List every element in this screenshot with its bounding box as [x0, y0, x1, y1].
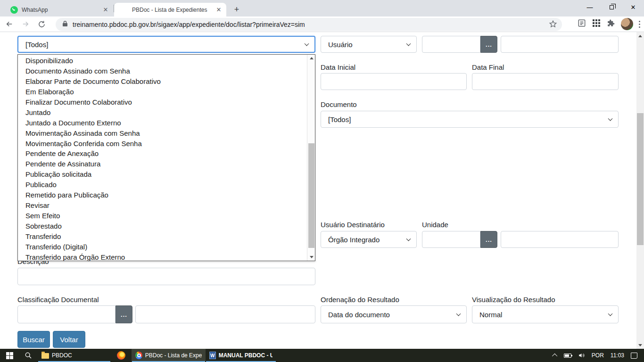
data-inicial-input[interactable]	[321, 73, 467, 90]
taskbar-item-label: PBDoc - Lista de Expe...	[145, 352, 202, 359]
bookmark-star-icon[interactable]	[549, 20, 557, 30]
dropdown-option[interactable]: Disponibilizado	[18, 56, 315, 66]
scroll-up-icon[interactable]	[636, 32, 644, 40]
ordenacao-select[interactable]: Data do documento	[321, 305, 467, 323]
taskbar-item-firefox[interactable]	[111, 349, 132, 362]
taskbar-item-word-manual[interactable]: W MANUAL PBDOC - U...	[206, 349, 276, 362]
browser-scrollbar[interactable]	[636, 32, 644, 349]
action-center-icon[interactable]	[631, 353, 637, 359]
firefox-icon	[117, 351, 125, 360]
minimize-button[interactable]: —	[579, 0, 601, 14]
visualizacao-select[interactable]: Normal	[472, 305, 619, 323]
unidade-name-input[interactable]	[501, 231, 619, 248]
situacao-select[interactable]: [Todos]	[17, 36, 315, 53]
usuario-select-value: Usuário	[328, 41, 353, 49]
dropdown-option[interactable]: Sem Efeito	[18, 211, 315, 221]
extensions-puzzle-icon[interactable]	[606, 19, 615, 30]
clock[interactable]: 11:03	[611, 352, 624, 359]
dropdown-option[interactable]: Juntado a Documento Externo	[18, 118, 315, 128]
taskbar-search-button[interactable]	[19, 349, 38, 362]
dropdown-option[interactable]: Pendente de Anexação	[18, 148, 315, 159]
dropdown-option[interactable]: Revisar	[18, 200, 315, 211]
dropdown-option[interactable]: Movimentação Assinada com Senha	[18, 128, 315, 139]
pbdoc-flag-icon	[121, 6, 128, 14]
tab-whatsapp[interactable]: WhatsApp ✕	[4, 3, 113, 16]
documento-select[interactable]: [Todos]	[321, 111, 619, 128]
back-icon[interactable]	[3, 17, 16, 31]
tab-pbdoc[interactable]: PBDoc - Lista de Expedientes ✕	[114, 3, 226, 16]
search-icon	[25, 352, 32, 359]
dropdown-option[interactable]: Transferido (Digital)	[18, 242, 315, 252]
voltar-button[interactable]: Voltar	[53, 331, 85, 348]
scroll-up-icon[interactable]	[307, 55, 315, 62]
folder-icon	[41, 353, 49, 359]
chevron-down-icon	[608, 312, 613, 316]
dropdown-option[interactable]: Remetido para Publicação	[18, 190, 315, 200]
usuario-name-input[interactable]	[501, 36, 619, 53]
data-final-input[interactable]	[472, 73, 619, 90]
url-text: treinamento.pbdoc.pb.gov.br/sigaex/app/e…	[73, 21, 305, 28]
taskbar-item-chrome-pbdoc[interactable]: PBDoc - Lista de Expe...	[132, 349, 206, 362]
situacao-select-value: [Todos]	[25, 41, 48, 49]
chevron-down-icon	[406, 41, 411, 46]
dropdown-scrollbar[interactable]	[307, 55, 315, 261]
toolbar-right	[577, 18, 640, 30]
unidade-code-input[interactable]	[422, 231, 480, 248]
language-indicator[interactable]: POR	[592, 352, 604, 359]
descricao-input[interactable]	[17, 268, 315, 285]
chrome-icon	[135, 352, 142, 359]
tab-title: PBDoc - Lista de Expedientes	[132, 7, 215, 13]
profile-avatar[interactable]	[621, 18, 633, 30]
buscar-button[interactable]: Buscar	[17, 331, 50, 348]
dropdown-option[interactable]: Documento Assinado com Senha	[18, 66, 315, 76]
taskbar: PBDOC PBDoc - Lista de Expe... W MANUAL …	[0, 349, 644, 362]
reload-icon[interactable]	[35, 17, 48, 31]
battery-icon[interactable]	[564, 354, 571, 358]
dropdown-option[interactable]: Elaborar Parte de Documento Colaborativo	[18, 76, 315, 87]
hidden-icons-chevron-icon[interactable]	[552, 354, 557, 359]
dropdown-option[interactable]: Publicação solicitada	[18, 169, 315, 180]
scroll-down-icon[interactable]	[307, 254, 315, 261]
dropdown-option[interactable]: Finalizar Documento Colaborativo	[18, 97, 315, 107]
tab-close-icon[interactable]: ✕	[102, 6, 109, 14]
dropdown-option[interactable]: Sobrestado	[18, 221, 315, 231]
tab-close-icon[interactable]: ✕	[215, 6, 223, 14]
dropdown-option[interactable]: Transferido para Órgão Externo	[18, 252, 315, 263]
browser-scrollbar-thumb[interactable]	[637, 113, 644, 245]
start-button[interactable]	[0, 349, 19, 362]
reading-list-icon[interactable]	[577, 18, 586, 30]
close-button[interactable]: ✕	[622, 0, 644, 14]
usuario-lookup-button[interactable]: ...	[480, 36, 497, 53]
volume-icon[interactable]	[578, 352, 585, 359]
scroll-down-icon[interactable]	[636, 341, 644, 349]
usuario-select[interactable]: Usuário	[321, 36, 417, 53]
documento-select-value: [Todos]	[328, 115, 351, 123]
dropdown-option[interactable]: Transferido	[18, 231, 315, 242]
tab-title: WhatsApp	[22, 7, 102, 13]
restore-button[interactable]	[601, 0, 622, 14]
new-tab-button[interactable]: +	[231, 4, 242, 15]
dropdown-option[interactable]: Publicado	[18, 180, 315, 190]
chrome-menu-icon[interactable]	[639, 21, 640, 28]
dropdown-option[interactable]: Pendente de Assinatura	[18, 159, 315, 169]
forward-icon[interactable]	[19, 17, 32, 31]
taskbar-item-explorer-pbdoc[interactable]: PBDOC	[38, 349, 111, 362]
classificacao-lookup-button[interactable]: ...	[116, 305, 132, 323]
classificacao-label: Classificação Documental	[17, 296, 99, 304]
apps-grid-icon[interactable]	[592, 19, 601, 29]
classificacao-name-input[interactable]	[135, 305, 315, 323]
destinatario-select[interactable]: Órgão Integrado	[321, 231, 417, 248]
dropdown-option[interactable]: Juntado	[18, 107, 315, 118]
classificacao-code-input[interactable]	[17, 305, 116, 323]
dropdown-option[interactable]: Em Elaboração	[18, 87, 315, 97]
dropdown-scrollbar-thumb[interactable]	[308, 143, 314, 248]
visualizacao-select-value: Normal	[479, 311, 502, 319]
unidade-lookup-button[interactable]: ...	[480, 231, 497, 248]
address-bar[interactable]: treinamento.pbdoc.pb.gov.br/sigaex/app/e…	[56, 18, 562, 31]
chevron-down-icon	[305, 41, 309, 46]
visualizacao-label: Visualização do Resultado	[472, 296, 555, 304]
usuario-code-input[interactable]	[422, 36, 480, 53]
screen: WhatsApp ✕ PBDoc - Lista de Expedientes …	[0, 0, 644, 362]
chevron-down-icon	[456, 312, 461, 316]
dropdown-option[interactable]: Movimentação Conferida com Senha	[18, 139, 315, 149]
